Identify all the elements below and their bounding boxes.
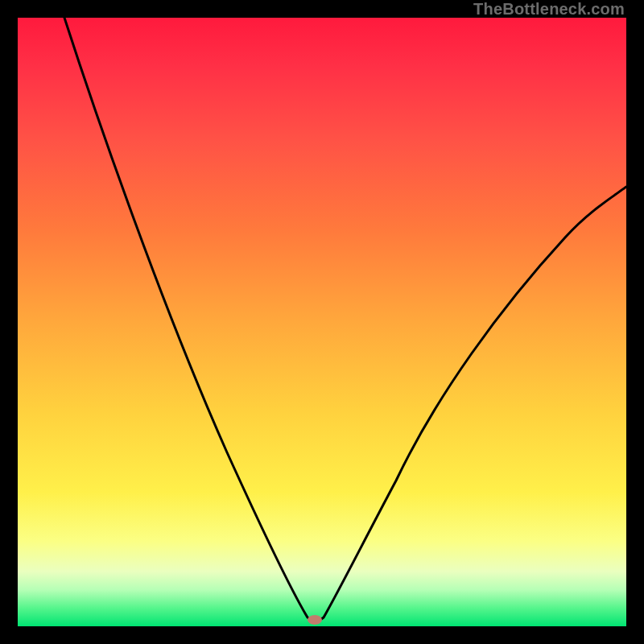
curve-layer xyxy=(18,18,626,626)
chart-frame: TheBottleneck.com xyxy=(0,0,644,644)
plot-area xyxy=(18,18,626,626)
bottleneck-curve xyxy=(64,18,626,621)
watermark-text: TheBottleneck.com xyxy=(473,0,625,19)
minimum-marker xyxy=(308,615,322,625)
